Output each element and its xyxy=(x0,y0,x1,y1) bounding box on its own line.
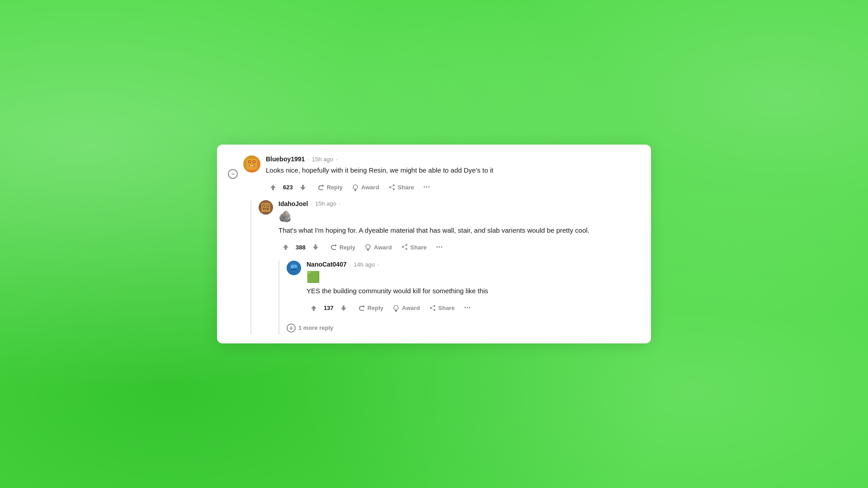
nanocat-meta: NanoCat0407 · 14h ago · xyxy=(307,261,640,268)
svg-point-26 xyxy=(394,305,398,310)
blueboy-avatar xyxy=(243,155,260,173)
idahojoel-avatar xyxy=(259,200,273,215)
idahojoel-comment-text: That's what I'm hoping for. A dyeable ma… xyxy=(278,225,640,236)
nanocat-vote-group: 137 xyxy=(307,302,351,314)
award-icon-2 xyxy=(364,244,372,251)
upvote-icon xyxy=(269,184,277,191)
nanocat-timestamp: 14h ago xyxy=(354,261,375,268)
upvote-icon-2 xyxy=(282,244,289,251)
svg-rect-14 xyxy=(264,206,264,206)
idahojoel-share-button[interactable]: Share xyxy=(397,241,430,253)
nanocat-username: NanoCat0407 xyxy=(307,261,347,268)
comment-card: − Blueboy1991 · 15h ago · Looks nice, ho… xyxy=(217,145,651,343)
downvote-icon xyxy=(299,184,307,191)
reply-icon xyxy=(317,184,325,191)
nanocat-comment-body: NanoCat0407 · 14h ago · 🟩 YES the buildi… xyxy=(307,261,640,315)
idahojoel-comment-body: IdahoJoel · 15h ago · 🪨 That's what I'm … xyxy=(278,200,640,255)
nanocat-more-button[interactable]: ··· xyxy=(460,301,475,315)
nanocat-share-button[interactable]: Share xyxy=(425,302,458,314)
svg-rect-0 xyxy=(246,159,257,169)
nanocat-emoji-badge: 🟩 xyxy=(307,271,640,283)
idahojoel-more-button[interactable]: ··· xyxy=(432,240,447,254)
nanocat-vote-count: 137 xyxy=(323,305,335,311)
blueboy-more-button[interactable]: ··· xyxy=(420,180,434,195)
reply-icon-2 xyxy=(330,244,337,251)
idahojoel-meta: IdahoJoel · 15h ago · xyxy=(278,200,640,207)
top-comment: − Blueboy1991 · 15h ago · Looks nice, ho… xyxy=(228,155,640,195)
svg-rect-17 xyxy=(264,209,268,209)
award-icon-3 xyxy=(392,305,400,312)
nested-replies-container: NanoCat0407 · 14h ago · 🟩 YES the buildi… xyxy=(278,261,640,334)
idahojoel-reply-item: IdahoJoel · 15h ago · 🪨 That's what I'm … xyxy=(259,200,640,255)
award-icon xyxy=(352,184,359,191)
reply-icon-3 xyxy=(358,305,365,312)
svg-rect-4 xyxy=(254,161,255,162)
svg-point-7 xyxy=(353,185,358,189)
idahojoel-vote-count: 388 xyxy=(295,244,307,251)
nanocat-action-bar: 137 xyxy=(307,301,640,315)
downvote-icon-3 xyxy=(340,305,347,312)
share-icon xyxy=(388,184,396,191)
svg-point-24 xyxy=(292,266,293,267)
idahojoel-action-bar: 388 xyxy=(278,240,640,254)
more-replies-plus-icon: + xyxy=(287,324,296,333)
idahojoel-upvote-button[interactable] xyxy=(278,241,293,253)
svg-rect-6 xyxy=(250,165,254,166)
blueboy-meta: Blueboy1991 · 15h ago · xyxy=(266,155,640,163)
downvote-icon-2 xyxy=(312,244,319,251)
nanocat-downvote-button[interactable] xyxy=(336,302,351,314)
idahojoel-timestamp: 15h ago xyxy=(315,200,336,207)
blueboy-vote-count: 623 xyxy=(282,184,294,191)
nanocat-award-button[interactable]: Award xyxy=(389,302,424,314)
svg-point-18 xyxy=(366,244,370,249)
blueboy-timestamp: 15h ago xyxy=(312,156,333,163)
svg-point-25 xyxy=(295,266,296,267)
blueboy-award-button[interactable]: Award xyxy=(348,182,383,193)
nanocat-comment-text: YES the building community would kill fo… xyxy=(307,286,640,296)
blueboy-vote-group: 623 xyxy=(266,182,310,193)
nanocat-reply-item: NanoCat0407 · 14h ago · 🟩 YES the buildi… xyxy=(287,261,640,315)
nanocat-upvote-button[interactable] xyxy=(307,302,321,314)
svg-rect-9 xyxy=(261,203,270,212)
svg-rect-3 xyxy=(249,161,250,162)
idahojoel-emoji-badge: 🪨 xyxy=(278,210,640,223)
replies-container: IdahoJoel · 15h ago · 🪨 That's what I'm … xyxy=(250,200,640,334)
share-icon-2 xyxy=(401,244,408,251)
upvote-icon-3 xyxy=(310,305,317,312)
share-icon-3 xyxy=(429,305,436,312)
nanocat-avatar xyxy=(287,261,301,275)
collapse-button[interactable]: − xyxy=(228,169,238,179)
idahojoel-downvote-button[interactable] xyxy=(308,241,323,253)
nanocat-reply-button[interactable]: Reply xyxy=(354,302,387,314)
blueboy-downvote-button[interactable] xyxy=(296,182,310,193)
idahojoel-award-button[interactable]: Award xyxy=(361,241,396,253)
blueboy-reply-button[interactable]: Reply xyxy=(314,182,346,193)
svg-rect-23 xyxy=(291,269,297,270)
blueboy-share-button[interactable]: Share xyxy=(385,182,418,193)
more-replies-button[interactable]: + 1 more reply xyxy=(287,322,333,334)
idahojoel-username: IdahoJoel xyxy=(278,200,308,207)
blueboy-comment-body: Blueboy1991 · 15h ago · Looks nice, hope… xyxy=(266,155,640,195)
svg-rect-15 xyxy=(268,206,268,206)
blueboy-action-bar: 623 Reply xyxy=(266,180,640,195)
blueboy-username: Blueboy1991 xyxy=(266,155,305,163)
idahojoel-vote-group: 388 xyxy=(278,241,323,253)
blueboy-upvote-button[interactable] xyxy=(266,182,280,193)
blueboy-comment-text: Looks nice, hopefully with it being Resi… xyxy=(266,165,640,176)
idahojoel-reply-button[interactable]: Reply xyxy=(326,241,359,253)
